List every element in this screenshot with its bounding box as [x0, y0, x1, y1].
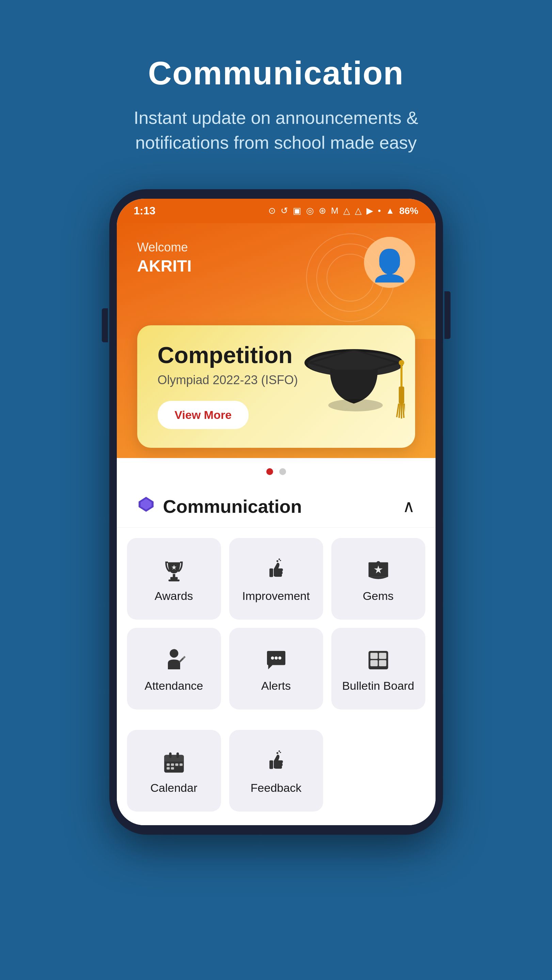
battery-indicator: 86% — [399, 205, 418, 216]
avatar-icon: 👤 — [370, 248, 408, 283]
svg-rect-37 — [176, 752, 179, 758]
communication-icon — [137, 495, 155, 517]
bottom-row: Calendar Feedback — [117, 730, 436, 825]
svg-rect-30 — [370, 653, 378, 659]
svg-point-46 — [279, 752, 281, 753]
grid-item-attendance[interactable]: Attendance — [127, 628, 221, 710]
phone-screen: 1:13 ⊙ ↺ ▣ ◎ ⊛ M △ △ ▶ • ▲ 86% — [117, 199, 436, 825]
alerts-icon — [264, 648, 289, 672]
svg-point-47 — [278, 750, 280, 752]
bulletin-board-label: Bulletin Board — [342, 679, 415, 692]
svg-rect-18 — [173, 574, 175, 578]
svg-line-9 — [399, 404, 400, 418]
grid-item-gems[interactable]: Gems — [331, 538, 425, 620]
section-title: Communication — [163, 496, 302, 517]
improvement-icon — [264, 558, 289, 582]
bulletin-board-icon — [366, 648, 391, 672]
dot-1 — [266, 468, 273, 475]
calendar-icon — [162, 750, 186, 775]
feedback-icon — [264, 750, 289, 775]
calendar-label: Calendar — [150, 781, 198, 795]
svg-point-22 — [279, 560, 281, 561]
grid-item-improvement[interactable]: Improvement — [229, 538, 323, 620]
svg-point-21 — [276, 560, 278, 562]
grid-item-alerts[interactable]: Alerts — [229, 628, 323, 710]
svg-rect-33 — [379, 660, 386, 666]
tri2-icon: △ — [355, 205, 362, 216]
trophy-icon — [162, 558, 186, 582]
grid-container: Awards Improvement — [117, 528, 436, 730]
avatar: 👤 — [364, 237, 415, 288]
view-more-button[interactable]: View More — [158, 401, 249, 429]
status-icons: ⊙ ↺ ▣ ◎ ⊛ M △ △ ▶ • ▲ 86% — [268, 205, 418, 216]
page-subtitle: Instant update on announcements & notifi… — [72, 105, 480, 155]
phone-frame: 1:13 ⊙ ↺ ▣ ◎ ⊛ M △ △ ▶ • ▲ 86% — [109, 189, 443, 835]
svg-line-8 — [397, 404, 399, 417]
signal-icon: ⊙ — [268, 205, 276, 216]
svg-rect-40 — [175, 764, 178, 766]
awards-label: Awards — [155, 589, 193, 603]
svg-rect-36 — [169, 752, 171, 758]
section-header[interactable]: Communication ∧ — [117, 485, 436, 528]
svg-rect-20 — [270, 569, 273, 577]
grid-item-bulletin-board[interactable]: Bulletin Board — [331, 628, 425, 710]
grid-item-feedback[interactable]: Feedback — [229, 730, 323, 811]
svg-rect-35 — [164, 755, 184, 762]
svg-point-26 — [271, 656, 274, 659]
svg-point-28 — [278, 656, 281, 659]
svg-point-13 — [328, 399, 383, 411]
svg-point-23 — [278, 558, 280, 560]
graduation-cap-image — [303, 332, 405, 434]
key-icon: ⊛ — [319, 205, 326, 216]
svg-rect-31 — [379, 653, 386, 659]
wifi-icon: ▲ — [386, 205, 395, 216]
svg-rect-39 — [171, 764, 174, 766]
improvement-label: Improvement — [242, 589, 310, 603]
svg-rect-32 — [370, 660, 378, 666]
gems-icon — [366, 558, 391, 582]
loc-icon: ◎ — [306, 205, 314, 216]
svg-rect-38 — [166, 764, 169, 766]
svg-rect-44 — [270, 760, 273, 769]
phone-body: 1:13 ⊙ ↺ ▣ ◎ ⊛ M △ △ ▶ • ▲ 86% — [109, 189, 443, 835]
attendance-label: Attendance — [144, 679, 203, 692]
sq-icon: ▣ — [293, 205, 302, 216]
grid-item-calendar[interactable]: Calendar — [127, 730, 221, 811]
dot-2 — [279, 468, 286, 475]
svg-point-27 — [274, 656, 278, 659]
page-title: Communication — [148, 54, 404, 92]
svg-rect-43 — [171, 767, 174, 769]
status-bar: 1:13 ⊙ ↺ ▣ ◎ ⊛ M △ △ ▶ • ▲ 86% — [117, 199, 436, 223]
mail-icon: M — [331, 205, 338, 216]
svg-point-25 — [169, 649, 178, 658]
carousel-dots — [117, 458, 436, 485]
attendance-icon — [162, 648, 186, 672]
section-header-left: Communication — [137, 495, 302, 517]
empty-cell — [331, 730, 425, 811]
status-time: 1:13 — [134, 205, 156, 217]
svg-point-6 — [399, 360, 404, 366]
carousel-card: Competition Olympiad 2022-23 (ISFO) View… — [137, 325, 415, 448]
grid-item-awards[interactable]: Awards — [127, 538, 221, 620]
feedback-label: Feedback — [250, 781, 302, 795]
svg-rect-7 — [399, 387, 404, 404]
app-header: Welcome AKRITI 👤 — [117, 223, 436, 339]
tri-icon: △ — [343, 205, 350, 216]
play-icon: ▶ — [366, 205, 373, 216]
dot-icon: • — [378, 205, 381, 216]
sync-icon: ↺ — [281, 205, 288, 216]
svg-rect-17 — [168, 579, 179, 581]
gems-label: Gems — [363, 589, 394, 603]
svg-rect-42 — [166, 767, 169, 769]
svg-rect-41 — [179, 764, 182, 766]
svg-point-45 — [276, 752, 278, 754]
alerts-label: Alerts — [261, 679, 291, 692]
chevron-up-icon: ∧ — [402, 496, 415, 516]
svg-line-11 — [403, 404, 404, 418]
